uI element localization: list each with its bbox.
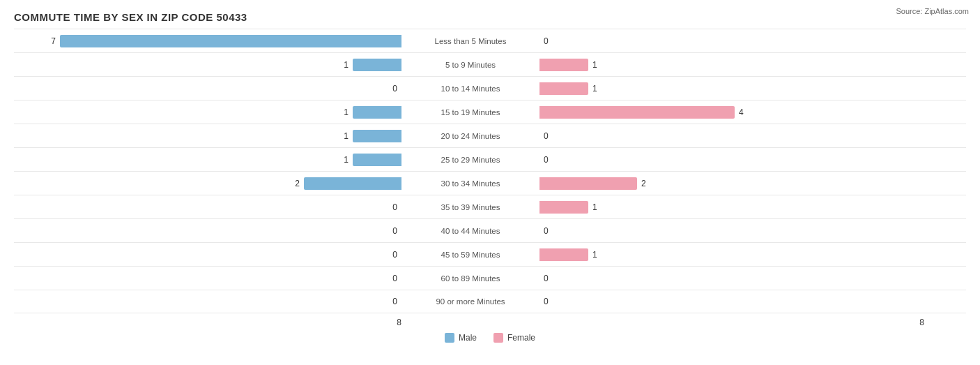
male-value: 0 (386, 274, 397, 283)
male-value: 0 (386, 297, 397, 306)
female-value: 0 (544, 297, 555, 306)
row-label: 90 or more Minutes (404, 297, 537, 306)
legend-female-box (493, 333, 503, 343)
left-section: 7 (14, 35, 404, 47)
chart-row: 1 15 to 19 Minutes 4 (14, 100, 966, 124)
axis-right-value: 8 (919, 318, 924, 327)
right-section: 4 (537, 106, 927, 119)
right-section: 1 (537, 201, 927, 214)
right-section: 0 (537, 295, 927, 308)
left-section: 0 (14, 295, 404, 308)
legend-male-box (445, 333, 454, 343)
female-bar (539, 82, 588, 95)
female-value: 4 (739, 107, 750, 117)
chart-row: 2 30 to 34 Minutes 2 (14, 171, 966, 195)
chart-row: 0 40 to 44 Minutes 0 (14, 218, 966, 242)
male-value: 0 (386, 84, 397, 94)
right-section: 0 (537, 272, 927, 285)
female-value: 0 (544, 274, 555, 283)
axis-left-value: 8 (397, 318, 401, 327)
left-section: 0 (14, 272, 404, 285)
female-value: 0 (544, 226, 555, 236)
right-section: 0 (537, 154, 927, 166)
chart-row: 1 25 to 29 Minutes 0 (14, 147, 966, 171)
axis-left: 8 (14, 318, 404, 327)
row-label: 20 to 24 Minutes (404, 132, 537, 140)
chart-row: 0 10 to 14 Minutes 1 (14, 76, 966, 100)
row-label: 15 to 19 Minutes (404, 108, 537, 117)
chart-row: 1 20 to 24 Minutes 0 (14, 124, 966, 147)
male-value: 0 (386, 250, 397, 260)
right-section: 0 (537, 35, 927, 47)
left-section: 1 (14, 59, 404, 71)
male-bar (304, 177, 401, 190)
left-section: 1 (14, 154, 404, 166)
row-label: 5 to 9 Minutes (404, 61, 537, 69)
left-section: 2 (14, 177, 404, 190)
right-section: 2 (537, 177, 927, 190)
male-value: 1 (337, 107, 349, 117)
left-section: 0 (14, 201, 404, 214)
male-value: 2 (289, 179, 300, 188)
right-section: 1 (537, 248, 927, 261)
right-section: 0 (537, 225, 927, 237)
female-value: 1 (592, 250, 604, 260)
left-section: 1 (14, 106, 404, 119)
chart-title: COMMUTE TIME BY SEX IN ZIP CODE 50433 (14, 11, 966, 23)
female-bar (539, 177, 637, 190)
chart-row: 0 35 to 39 Minutes 1 (14, 195, 966, 218)
male-bar (353, 59, 401, 71)
male-value: 7 (45, 36, 56, 46)
chart-row: 0 45 to 59 Minutes 1 (14, 242, 966, 266)
male-bar (353, 154, 401, 166)
right-section: 0 (537, 130, 927, 142)
female-bar (539, 201, 588, 214)
chart-area: 7 Less than 5 Minutes 0 1 5 to 9 Minutes… (14, 29, 966, 313)
male-value: 1 (337, 131, 349, 141)
male-value: 0 (386, 226, 397, 236)
row-label: 25 to 29 Minutes (404, 156, 537, 164)
female-bar (539, 59, 588, 71)
female-value: 0 (544, 131, 555, 141)
male-value: 1 (337, 155, 349, 165)
male-bar (353, 130, 401, 142)
female-value: 1 (592, 60, 604, 70)
male-value: 1 (337, 60, 349, 70)
legend-female: Female (493, 333, 535, 343)
left-section: 0 (14, 82, 404, 95)
female-bar (539, 106, 735, 119)
right-section: 1 (537, 59, 927, 71)
right-section: 1 (537, 82, 927, 95)
male-value: 0 (386, 202, 397, 212)
chart-row: 1 5 to 9 Minutes 1 (14, 52, 966, 76)
female-value: 0 (544, 36, 555, 46)
chart-row: 0 90 or more Minutes 0 (14, 290, 966, 313)
row-label: 30 to 34 Minutes (404, 179, 537, 188)
male-bar (60, 35, 401, 47)
row-label: 60 to 89 Minutes (404, 274, 537, 283)
female-bar (539, 248, 588, 261)
legend-male: Male (445, 333, 477, 343)
left-section: 0 (14, 248, 404, 261)
legend-female-label: Female (507, 333, 535, 343)
female-value: 1 (592, 202, 604, 212)
row-label: 10 to 14 Minutes (404, 84, 537, 93)
row-label: 40 to 44 Minutes (404, 227, 537, 235)
legend-male-label: Male (459, 333, 477, 343)
row-label: Less than 5 Minutes (404, 37, 537, 45)
left-section: 1 (14, 130, 404, 142)
legend: Male Female (14, 333, 966, 343)
row-label: 45 to 59 Minutes (404, 251, 537, 259)
male-bar (353, 106, 401, 119)
source-label: Source: ZipAtlas.com (896, 7, 969, 15)
female-value: 0 (544, 155, 555, 165)
female-value: 2 (641, 179, 652, 188)
chart-row: 7 Less than 5 Minutes 0 (14, 29, 966, 52)
female-value: 1 (592, 84, 604, 94)
row-label: 35 to 39 Minutes (404, 203, 537, 211)
chart-container: COMMUTE TIME BY SEX IN ZIP CODE 50433 So… (0, 0, 980, 365)
left-section: 0 (14, 225, 404, 237)
axis-row: 8 8 (14, 315, 966, 330)
chart-row: 0 60 to 89 Minutes 0 (14, 266, 966, 290)
